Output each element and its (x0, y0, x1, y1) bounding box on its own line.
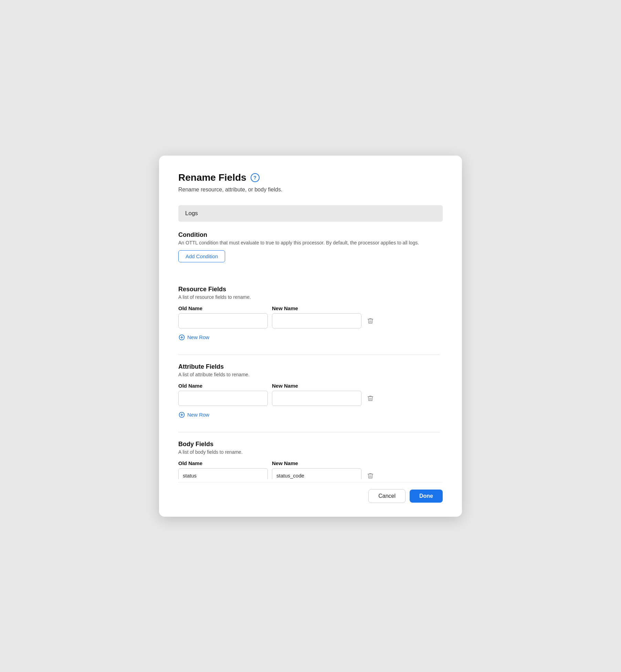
resource-fields-headers: Old Name New Name (178, 305, 440, 311)
scrollable-content: Condition An OTTL condition that must ev… (178, 231, 443, 479)
attribute-row-delete-button[interactable] (366, 393, 375, 403)
plus-circle-icon (178, 334, 185, 341)
trash-icon (367, 395, 374, 402)
resource-new-row-button[interactable]: New Row (178, 333, 209, 342)
body-fields-headers: Old Name New Name (178, 460, 440, 466)
trash-icon (367, 317, 374, 324)
body-row-delete-button[interactable] (366, 471, 375, 479)
resource-fields-title: Resource Fields (178, 286, 440, 293)
resource-new-name-input[interactable] (272, 313, 361, 328)
body-new-name-header: New Name (272, 460, 361, 466)
resource-row-delete-button[interactable] (366, 316, 375, 326)
resource-new-row-label: New Row (187, 334, 209, 340)
attribute-fields-desc: A list of attribute fields to rename. (178, 372, 440, 377)
trash-icon (367, 472, 374, 479)
page-title: Rename Fields (178, 172, 246, 183)
plus-circle-icon (178, 411, 185, 418)
body-fields-title: Body Fields (178, 441, 440, 448)
divider-2 (178, 432, 440, 432)
attribute-fields-row (178, 391, 440, 406)
attribute-fields-section: Attribute Fields A list of attribute fie… (178, 363, 440, 420)
attribute-new-name-input[interactable] (272, 391, 361, 406)
done-button[interactable]: Done (410, 490, 443, 503)
condition-description: An OTTL condition that must evaluate to … (178, 240, 440, 245)
attribute-fields-headers: Old Name New Name (178, 383, 440, 389)
condition-section: Condition An OTTL condition that must ev… (178, 231, 440, 273)
body-fields-row (178, 468, 440, 479)
body-old-name-input[interactable] (178, 468, 268, 479)
attribute-new-name-header: New Name (272, 383, 361, 389)
footer: Cancel Done (178, 482, 443, 503)
divider-1 (178, 355, 440, 355)
body-old-name-header: Old Name (178, 460, 268, 466)
condition-title: Condition (178, 231, 440, 239)
resource-old-name-input[interactable] (178, 313, 268, 328)
body-fields-section: Body Fields A list of body fields to ren… (178, 441, 440, 479)
modal: Rename Fields ? Rename resource, attribu… (159, 156, 462, 517)
add-condition-button[interactable]: Add Condition (178, 250, 225, 262)
cancel-button[interactable]: Cancel (368, 489, 406, 503)
resource-fields-row (178, 313, 440, 328)
attribute-old-name-header: Old Name (178, 383, 268, 389)
attribute-new-row-button[interactable]: New Row (178, 410, 209, 420)
resource-fields-section: Resource Fields A list of resource field… (178, 286, 440, 342)
attribute-old-name-input[interactable] (178, 391, 268, 406)
section-header-bar: Logs (178, 205, 443, 222)
section-bar-label: Logs (185, 210, 198, 217)
help-icon[interactable]: ? (251, 173, 260, 182)
attribute-new-row-label: New Row (187, 412, 209, 418)
body-new-name-input[interactable] (272, 468, 361, 479)
attribute-fields-title: Attribute Fields (178, 363, 440, 370)
modal-subtitle: Rename resource, attribute, or body fiel… (178, 187, 443, 193)
body-fields-desc: A list of body fields to rename. (178, 449, 440, 455)
resource-new-name-header: New Name (272, 305, 361, 311)
resource-fields-desc: A list of resource fields to rename. (178, 294, 440, 300)
resource-old-name-header: Old Name (178, 305, 268, 311)
